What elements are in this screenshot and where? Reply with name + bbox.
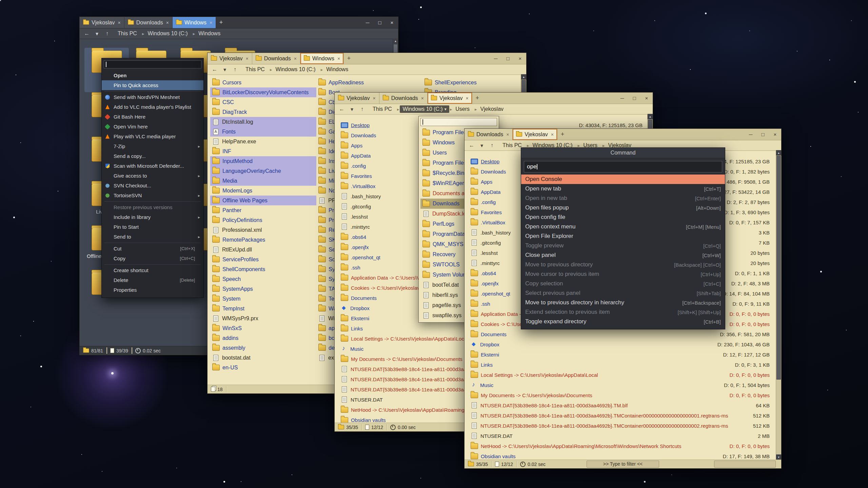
back-button[interactable]: ← <box>210 66 219 73</box>
minimize-button[interactable]: ─ <box>745 129 757 140</box>
file-row[interactable]: assembly <box>210 343 316 353</box>
tab[interactable]: Vjekoslav × <box>428 93 472 104</box>
file-row[interactable]: Professional.xml <box>210 225 316 235</box>
tab-bar[interactable]: Downloads × Vjekoslav × + ─ □ × <box>465 129 781 140</box>
minimize-button[interactable]: ─ <box>616 93 628 104</box>
scrollbar[interactable]: ▲ ▼ <box>776 150 781 460</box>
command-item[interactable]: Open new tab [Ctrl+T] <box>521 184 725 194</box>
scrollbar-thumb[interactable] <box>776 156 781 380</box>
breadcrumb-item[interactable]: Windows 10 (C:) <box>145 30 192 37</box>
file-row[interactable]: Dropbox D: 230, F: 1043, 46 GB <box>467 339 781 349</box>
history-menu-button[interactable]: ▾ <box>477 142 486 149</box>
command-item[interactable]: Open Console <box>521 175 725 184</box>
command-item[interactable]: Open File Explorer <box>521 231 725 241</box>
file-row[interactable]: My Documents -> C:\Users\Vjekoslav\Docum… <box>467 390 781 400</box>
file-row[interactable]: Speech <box>210 274 316 284</box>
file-row[interactable]: ModemLogs <box>210 186 316 196</box>
command-item[interactable]: Move to previous directory [Backspace] [… <box>521 260 725 269</box>
history-menu-button[interactable]: ▾ <box>93 30 101 37</box>
file-row[interactable]: Panther <box>210 205 316 215</box>
minimize-button[interactable]: ─ <box>490 53 502 64</box>
tab-close-icon[interactable]: × <box>210 20 212 25</box>
breadcrumb-item[interactable]: This PC <box>243 66 269 73</box>
filter-hint[interactable]: >> Type to filter << <box>587 461 659 468</box>
file-row[interactable]: WinSxS <box>210 323 316 333</box>
file-row[interactable]: AppReadiness <box>316 78 422 87</box>
up-button[interactable]: ↑ <box>358 106 367 112</box>
context-menu-item[interactable]: 7-Zip ▸ <box>102 141 203 151</box>
command-item[interactable]: Move to previous directory in hierarchy … <box>521 298 725 307</box>
tab-close-icon[interactable]: × <box>166 20 169 25</box>
command-item[interactable]: Move cursor to previous item [Ctrl+Up] <box>521 269 725 279</box>
tab-bar[interactable]: Vjekoslav × Downloads × Vjekoslav × <box>335 93 653 104</box>
context-menu-item[interactable]: Send to ▸ <box>102 232 203 242</box>
file-row[interactable]: InputMethod <box>210 156 316 166</box>
file-row[interactable]: BitLockerDiscoveryVolumeContents <box>210 87 316 97</box>
file-row[interactable]: NTUSER.DAT{53b39e88-18c4-11ea-a811-000d3… <box>467 410 781 421</box>
tab[interactable]: Vjekoslav × <box>335 93 379 104</box>
tab-close-icon[interactable]: × <box>506 132 509 137</box>
command-item[interactable]: Open in new tab [Ctrl+Enter] <box>521 194 725 203</box>
tab[interactable]: Downloads × <box>379 93 428 104</box>
scroll-up-icon[interactable]: ▲ <box>393 38 398 44</box>
file-row[interactable]: addins <box>210 333 316 343</box>
command-item[interactable]: Toggle expand directory [Ctrl+B] <box>521 317 725 326</box>
breadcrumb-item[interactable]: Vjekoslav <box>478 105 508 113</box>
file-row[interactable]: NTUSER.DAT 2 MB <box>467 431 781 441</box>
command-item[interactable]: Open context menu [Ctrl+M] [Menu] <box>521 222 725 231</box>
tab[interactable]: Vjekoslav × <box>208 53 252 64</box>
tab-close-icon[interactable]: × <box>373 96 375 101</box>
tab[interactable]: Vjekoslav × <box>80 17 124 28</box>
tab-bar[interactable]: Vjekoslav × Downloads × Windows × <box>80 17 398 28</box>
up-button[interactable]: ↑ <box>103 30 112 37</box>
context-menu-item[interactable]: Delete [Delete] <box>102 275 203 285</box>
command-input[interactable]: ope <box>524 161 722 172</box>
file-row[interactable]: LanguageOverlayCache <box>210 166 316 176</box>
file-row[interactable]: RemotePackages <box>210 235 316 245</box>
breadcrumb-item[interactable]: Windows 10 (C:) <box>273 66 320 73</box>
scroll-down-icon[interactable]: ▼ <box>776 454 781 460</box>
context-menu-item[interactable]: Scan with Microsoft Defender... <box>102 161 203 171</box>
file-row[interactable]: WMSysPr9.prx <box>210 313 316 323</box>
file-row[interactable]: INF <box>210 146 316 156</box>
file-row[interactable]: Cursors <box>210 78 316 87</box>
maximize-button[interactable]: □ <box>502 53 514 64</box>
scroll-up-icon[interactable]: ▲ <box>648 114 653 119</box>
context-menu-item[interactable]: Give access to ▸ <box>102 171 203 181</box>
tab[interactable]: Downloads × <box>252 53 300 64</box>
file-row[interactable]: DiagTrack <box>210 107 316 117</box>
command-item[interactable]: Extend selection to previous item [Shift… <box>521 307 725 317</box>
command-item[interactable]: Open files popup [Alt+Down] <box>521 203 725 212</box>
command-item[interactable]: Open config file <box>521 212 725 222</box>
tab[interactable]: Vjekoslav × <box>513 129 557 140</box>
context-menu-item[interactable]: Cut [Ctrl+X] <box>102 244 203 253</box>
back-button[interactable]: ← <box>467 142 476 148</box>
context-menu-item[interactable]: Copy [Ctrl+C] <box>102 253 203 263</box>
up-button[interactable]: ↑ <box>488 142 496 148</box>
file-row[interactable]: HelpPane.exe <box>210 137 316 146</box>
tab-close-icon[interactable]: × <box>118 20 120 25</box>
command-item[interactable]: Close panel [Ctrl+W] <box>521 250 725 260</box>
context-menu-item[interactable]: Send with NordVPN Meshnet <box>102 92 203 102</box>
file-row[interactable]: Fonts <box>210 127 316 137</box>
maximize-button[interactable]: □ <box>628 93 640 104</box>
file-row[interactable]: NTUSER.DAT{53b39e88-18c4-11ea-a811-000d3… <box>467 400 781 410</box>
context-menu-item[interactable] <box>102 242 203 244</box>
breadcrumb-item[interactable]: Windows <box>196 30 225 37</box>
context-menu-item[interactable] <box>102 200 203 202</box>
context-menu-item[interactable]: Properties <box>102 285 203 295</box>
context-menu-item[interactable]: Create shortcut <box>102 265 203 275</box>
file-row[interactable]: CSC <box>210 97 316 107</box>
history-menu-button[interactable]: ▾ <box>220 66 229 73</box>
close-button[interactable]: × <box>640 93 653 104</box>
context-menu-item[interactable]: Add to VLC media player's Playlist <box>102 102 203 112</box>
up-button[interactable]: ↑ <box>231 66 239 73</box>
context-menu-item[interactable] <box>102 263 203 265</box>
tab-close-icon[interactable]: × <box>337 56 340 61</box>
context-menu-item[interactable]: TortoiseSVN ▸ <box>102 190 203 200</box>
tab[interactable]: Downloads × <box>124 17 173 28</box>
status-input-box[interactable] <box>714 461 776 468</box>
tab[interactable]: Downloads × <box>465 129 513 140</box>
maximize-button[interactable]: □ <box>374 17 386 28</box>
breadcrumb-item[interactable]: This PC <box>370 105 396 113</box>
